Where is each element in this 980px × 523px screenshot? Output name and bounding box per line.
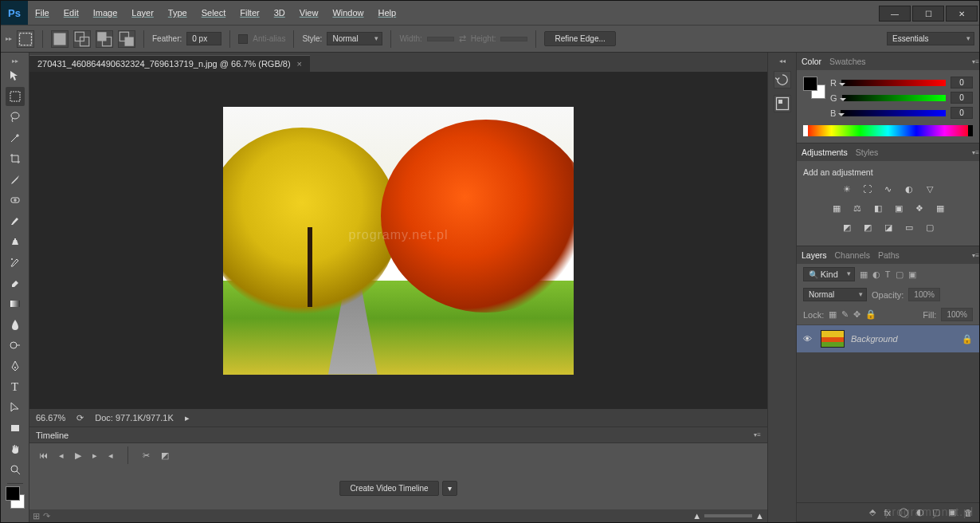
gradient-map-icon[interactable]: ▭ (902, 220, 916, 234)
curves-icon[interactable]: ∿ (881, 182, 896, 196)
history-panel-icon[interactable] (774, 71, 791, 88)
fill-input[interactable]: 100% (941, 308, 973, 321)
tab-paths[interactable]: Paths (878, 250, 900, 260)
hue-saturation-icon[interactable]: ▦ (829, 201, 844, 215)
rotate-view-icon[interactable]: ⟳ (76, 413, 84, 423)
antialias-checkbox[interactable] (238, 34, 248, 44)
lock-transparency-icon[interactable]: ▦ (829, 309, 837, 320)
properties-panel-icon[interactable] (774, 95, 791, 112)
filter-shape-icon[interactable]: ▢ (896, 269, 904, 280)
window-maximize-button[interactable]: ☐ (912, 6, 944, 22)
canvas[interactable]: programy.net.pl (223, 107, 574, 375)
menu-select[interactable]: Select (194, 2, 233, 23)
b-slider[interactable] (841, 110, 946, 116)
prev-frame-icon[interactable]: ◂ (59, 450, 64, 461)
foreground-background-swatch[interactable] (6, 488, 25, 507)
marquee-tool[interactable] (6, 87, 25, 106)
type-tool[interactable]: T (6, 377, 25, 396)
canvas-viewport[interactable]: programy.net.pl (29, 72, 767, 409)
go-to-last-frame-icon[interactable]: ◂ (108, 450, 113, 461)
layer-style-icon[interactable]: fx (884, 508, 891, 517)
layer-lock-icon[interactable]: 🔒 (962, 334, 973, 344)
color-fg-bg-swatch[interactable] (803, 77, 825, 99)
blur-tool[interactable] (6, 315, 25, 334)
rectangle-tool[interactable] (6, 419, 25, 438)
doc-info[interactable]: Doc: 977.1K/977.1K (95, 413, 173, 423)
close-tab-icon[interactable]: × (297, 59, 302, 69)
transition-icon[interactable]: ◩ (161, 450, 169, 461)
hand-tool[interactable] (6, 439, 25, 458)
workspace-selector[interactable]: Essentials (887, 32, 974, 45)
selection-intersect-icon[interactable] (118, 30, 135, 48)
menu-type[interactable]: Type (161, 2, 194, 23)
menu-file[interactable]: File (28, 2, 57, 23)
pen-tool[interactable] (6, 356, 25, 376)
zoom-in-icon[interactable]: ▲ (755, 511, 764, 521)
layer-row[interactable]: 👁 Background 🔒 (797, 324, 979, 353)
vibrance-icon[interactable]: ▽ (923, 182, 937, 196)
layer-filter-kind[interactable]: 🔍 Kind (803, 267, 855, 281)
color-lookup-icon[interactable]: ▦ (933, 201, 947, 215)
tab-swatches[interactable]: Swatches (829, 57, 866, 66)
window-close-button[interactable]: ✕ (946, 6, 978, 22)
filter-smart-icon[interactable]: ▣ (908, 269, 916, 280)
g-input[interactable]: 0 (951, 92, 973, 104)
menu-window[interactable]: Window (325, 2, 370, 23)
create-video-timeline-button[interactable]: Create Video Timeline (339, 481, 438, 496)
timeline-type-dropdown[interactable]: ▾ (442, 481, 457, 496)
r-input[interactable]: 0 (951, 77, 973, 88)
menu-3d[interactable]: 3D (267, 2, 292, 23)
r-slider[interactable] (841, 80, 946, 86)
eraser-tool[interactable] (6, 273, 25, 293)
tab-layers[interactable]: Layers (802, 250, 827, 260)
gradient-tool[interactable] (6, 294, 25, 313)
move-tool[interactable] (6, 66, 25, 85)
current-tool-preset[interactable] (17, 30, 34, 48)
panel-menu-icon[interactable]: ▾≡ (754, 431, 761, 438)
selective-color-icon[interactable]: ▢ (923, 220, 937, 234)
photo-filter-icon[interactable]: ▣ (892, 201, 906, 215)
layer-name[interactable]: Background (851, 334, 898, 344)
window-minimize-button[interactable]: — (879, 6, 911, 22)
lasso-tool[interactable] (6, 108, 25, 127)
opacity-input[interactable]: 100% (908, 288, 940, 301)
menu-layer[interactable]: Layer (124, 2, 161, 23)
layer-thumbnail[interactable] (821, 330, 845, 348)
threshold-icon[interactable]: ◪ (881, 220, 896, 234)
timeline-scrollbar[interactable]: ⊞ ↷ ▲ ▲ (29, 509, 767, 522)
tab-channels[interactable]: Channels (835, 250, 870, 260)
dodge-tool[interactable] (6, 336, 25, 355)
refine-edge-button[interactable]: Refine Edge... (544, 31, 615, 46)
menu-filter[interactable]: Filter (233, 2, 266, 23)
feather-input[interactable]: 0 px (186, 32, 221, 45)
levels-icon[interactable]: ⛶ (860, 182, 875, 196)
clone-stamp-tool[interactable] (6, 232, 25, 251)
healing-brush-tool[interactable] (6, 191, 25, 210)
invert-icon[interactable]: ◩ (840, 220, 854, 234)
doc-info-chevron-icon[interactable]: ▸ (185, 413, 190, 423)
style-combo[interactable]: Normal (327, 32, 382, 45)
crop-tool[interactable] (6, 149, 25, 168)
color-spectrum[interactable] (803, 125, 973, 136)
layer-visibility-icon[interactable]: 👁 (803, 334, 814, 344)
new-fill-layer-icon[interactable]: ◐ (916, 507, 924, 517)
magic-wand-tool[interactable] (6, 128, 25, 147)
posterize-icon[interactable]: ◩ (860, 220, 875, 234)
document-tab[interactable]: 270431_460864490632324_769613719_n.jpg @… (29, 55, 310, 72)
scissors-icon[interactable]: ✂ (143, 450, 150, 461)
menu-image[interactable]: Image (86, 2, 125, 23)
channel-mixer-icon[interactable]: ❖ (912, 201, 927, 215)
history-brush-tool[interactable] (6, 253, 25, 272)
selection-subtract-icon[interactable] (96, 30, 113, 48)
path-selection-tool[interactable] (6, 398, 25, 417)
filter-pixel-icon[interactable]: ▦ (860, 269, 868, 280)
blend-mode-combo[interactable]: Normal (803, 288, 867, 301)
panel-strip-expand-icon[interactable]: ◂◂ (779, 57, 786, 65)
eyedropper-tool[interactable] (6, 170, 25, 189)
brush-tool[interactable] (6, 211, 25, 230)
go-to-first-frame-icon[interactable]: ⏮ (39, 450, 48, 460)
selection-new-icon[interactable] (51, 30, 69, 48)
filter-type-icon[interactable]: T (885, 269, 891, 279)
render-icon[interactable]: ↷ (43, 511, 50, 521)
layer-mask-icon[interactable]: ◯ (899, 507, 908, 517)
